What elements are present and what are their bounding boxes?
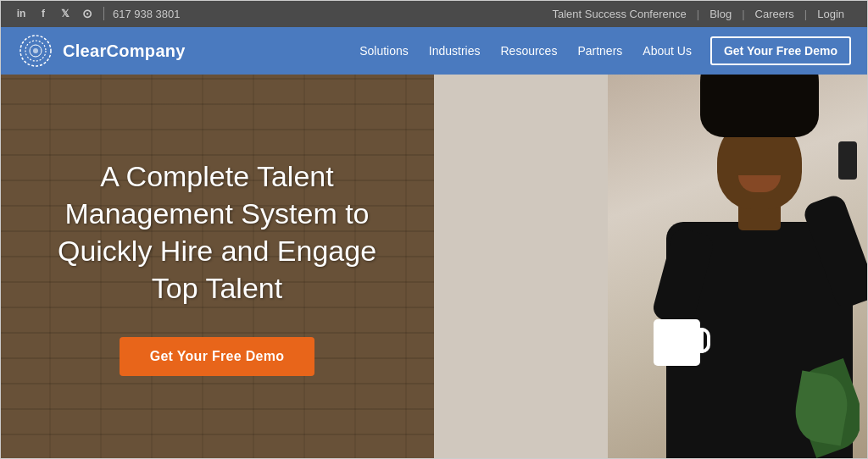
nav-solutions[interactable]: Solutions <box>351 39 417 63</box>
top-bar-right: Talent Success Conference | Blog | Caree… <box>542 8 854 20</box>
top-nav-talent-conference[interactable]: Talent Success Conference <box>542 8 696 20</box>
top-bar-divider <box>103 7 104 20</box>
linkedin-icon[interactable]: in <box>14 6 29 21</box>
logo-text: ClearCompany <box>63 41 186 61</box>
hero-section: A Complete Talent Management System to Q… <box>0 75 868 459</box>
facebook-icon[interactable]: f <box>36 6 51 21</box>
nav-demo-button[interactable]: Get Your Free Demo <box>710 36 851 65</box>
social-icons: in f 𝕏 ⊙ <box>14 6 95 21</box>
hero-cta-button[interactable]: Get Your Free Demo <box>120 337 315 376</box>
logo[interactable]: ClearCompany <box>17 32 186 69</box>
svg-point-3 <box>33 48 38 53</box>
hero-headline: A Complete Talent Management System to Q… <box>42 158 392 307</box>
nav-partners[interactable]: Partners <box>569 39 631 63</box>
nav-resources[interactable]: Resources <box>492 39 565 63</box>
top-bar: in f 𝕏 ⊙ 617 938 3801 Talent Success Con… <box>0 0 868 27</box>
top-nav-careers[interactable]: Careers <box>745 8 804 20</box>
instagram-icon[interactable]: ⊙ <box>80 6 95 21</box>
nav-industries[interactable]: Industries <box>420 39 489 63</box>
main-nav: ClearCompany Solutions Industries Resour… <box>0 27 868 75</box>
hero-content: A Complete Talent Management System to Q… <box>0 75 868 459</box>
nav-about-us[interactable]: About Us <box>634 39 700 63</box>
top-nav-blog[interactable]: Blog <box>699 8 742 20</box>
twitter-icon[interactable]: 𝕏 <box>58 6 73 21</box>
top-nav-login[interactable]: Login <box>807 8 854 20</box>
top-bar-left: in f 𝕏 ⊙ 617 938 3801 <box>14 6 181 21</box>
logo-icon <box>17 32 54 69</box>
nav-links: Solutions Industries Resources Partners … <box>351 36 851 65</box>
phone-number[interactable]: 617 938 3801 <box>113 8 181 20</box>
hero-text-area: A Complete Talent Management System to Q… <box>0 124 434 411</box>
